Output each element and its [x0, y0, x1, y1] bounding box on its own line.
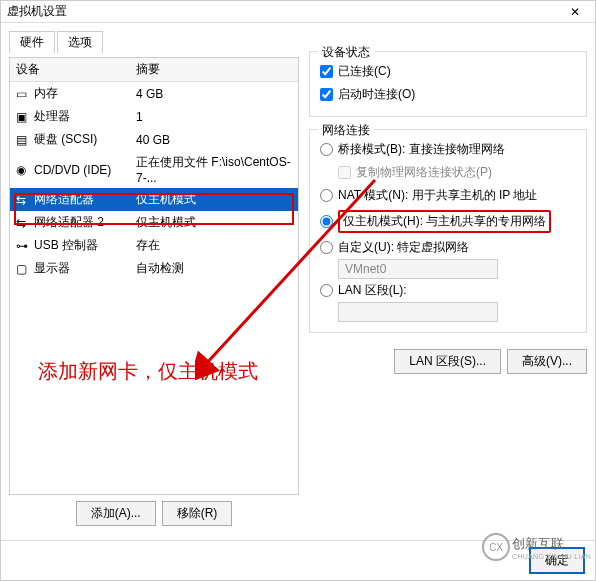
watermark-sub: CHUANG XIN HU LIAN — [512, 553, 591, 560]
connected-checkbox[interactable]: 已连接(C) — [320, 60, 576, 83]
cpu-icon: ▣ — [16, 110, 30, 124]
content: 硬件 选项 设备 摘要 ▭内存 4 GB ▣处理器 1 ▤硬盘 (SCSI) — [1, 23, 595, 540]
right-pane: 设备状态 已连接(C) 启动时连接(O) 网络连接 桥接模式(B): 直接连接物… — [309, 31, 587, 532]
memory-icon: ▭ — [16, 87, 30, 101]
network-connection-title: 网络连接 — [318, 122, 374, 139]
network-icon: ⇆ — [16, 193, 30, 207]
tab-options[interactable]: 选项 — [57, 31, 103, 53]
cd-icon: ◉ — [16, 163, 30, 177]
remove-button[interactable]: 移除(R) — [162, 501, 233, 526]
replicate-checkbox: 复制物理网络连接状态(P) — [338, 161, 576, 184]
radio-lan[interactable]: LAN 区段(L): — [320, 279, 576, 302]
disk-icon: ▤ — [16, 133, 30, 147]
radio-custom[interactable]: 自定义(U): 特定虚拟网络 — [320, 236, 576, 259]
window-title: 虚拟机设置 — [7, 3, 67, 20]
left-bottom-buttons: 添加(A)... 移除(R) — [9, 495, 299, 532]
row-usb[interactable]: ⊶USB 控制器 存在 — [10, 234, 298, 257]
row-net2[interactable]: ⇆网络适配器 2 仅主机模式 — [10, 211, 298, 234]
display-icon: ▢ — [16, 262, 30, 276]
row-net1[interactable]: ⇆网络适配器 仅主机模式 — [10, 188, 298, 211]
vmnet-dropdown: VMnet0 — [338, 259, 498, 279]
usb-icon: ⊶ — [16, 239, 30, 253]
row-disk[interactable]: ▤硬盘 (SCSI) 40 GB — [10, 128, 298, 151]
titlebar: 虚拟机设置 ✕ — [1, 1, 595, 23]
watermark-icon: CX — [482, 533, 510, 561]
watermark: CX 创新互联 CHUANG XIN HU LIAN — [482, 533, 591, 561]
poweron-checkbox[interactable]: 启动时连接(O) — [320, 83, 576, 106]
radio-nat[interactable]: NAT 模式(N): 用于共享主机的 IP 地址 — [320, 184, 576, 207]
add-button[interactable]: 添加(A)... — [76, 501, 156, 526]
network-icon: ⇆ — [16, 216, 30, 230]
row-cd[interactable]: ◉CD/DVD (IDE) 正在使用文件 F:\iso\CentOS-7-... — [10, 151, 298, 188]
advanced-button[interactable]: 高级(V)... — [507, 349, 587, 374]
row-display[interactable]: ▢显示器 自动检测 — [10, 257, 298, 280]
device-status-title: 设备状态 — [318, 44, 374, 61]
radio-hostonly[interactable]: 仅主机模式(H): 与主机共享的专用网络 — [320, 207, 576, 236]
left-pane: 硬件 选项 设备 摘要 ▭内存 4 GB ▣处理器 1 ▤硬盘 (SCSI) — [9, 31, 299, 532]
col-device: 设备 — [10, 58, 130, 81]
tab-hardware[interactable]: 硬件 — [9, 31, 55, 53]
row-cpu[interactable]: ▣处理器 1 — [10, 105, 298, 128]
col-summary: 摘要 — [130, 58, 298, 81]
annotation-text: 添加新网卡，仅主机模式 — [38, 358, 258, 385]
tabs: 硬件 选项 — [9, 31, 299, 53]
device-list-header: 设备 摘要 — [10, 58, 298, 82]
row-memory[interactable]: ▭内存 4 GB — [10, 82, 298, 105]
device-status-group: 设备状态 已连接(C) 启动时连接(O) — [309, 51, 587, 117]
lan-segments-button[interactable]: LAN 区段(S)... — [394, 349, 501, 374]
vm-settings-window: 虚拟机设置 ✕ 硬件 选项 设备 摘要 ▭内存 4 GB ▣处理器 1 — [0, 0, 596, 581]
right-buttons: LAN 区段(S)... 高级(V)... — [309, 349, 587, 374]
device-list: 设备 摘要 ▭内存 4 GB ▣处理器 1 ▤硬盘 (SCSI) 40 GB ◉… — [9, 57, 299, 495]
lan-dropdown — [338, 302, 498, 322]
watermark-brand: 创新互联 — [512, 535, 591, 553]
close-icon[interactable]: ✕ — [555, 5, 595, 19]
network-connection-group: 网络连接 桥接模式(B): 直接连接物理网络 复制物理网络连接状态(P) NAT… — [309, 129, 587, 333]
radio-bridge[interactable]: 桥接模式(B): 直接连接物理网络 — [320, 138, 576, 161]
